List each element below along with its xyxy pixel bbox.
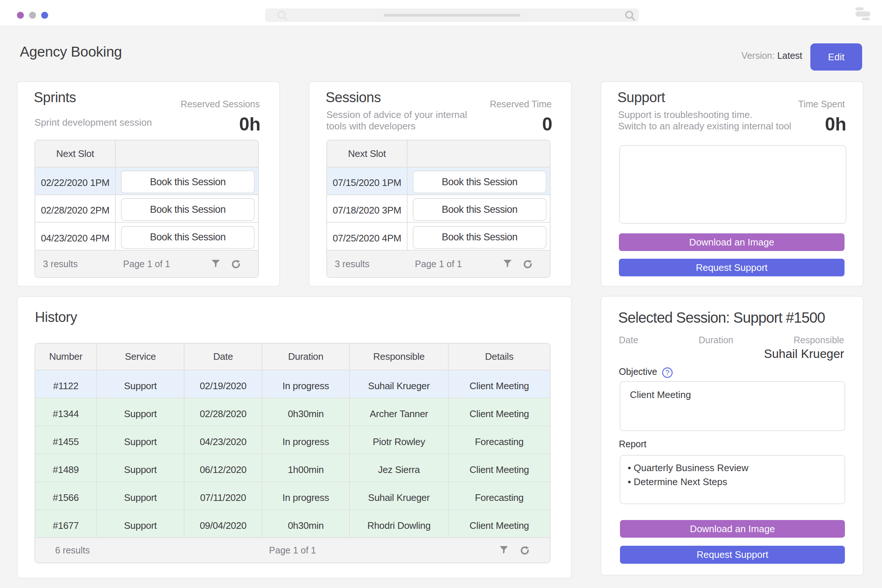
svg-text:?: ? <box>665 369 669 376</box>
